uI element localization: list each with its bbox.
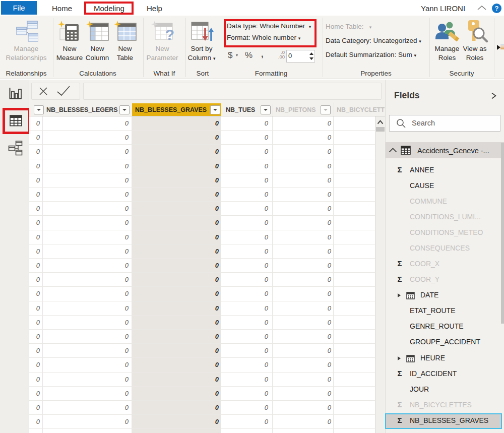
svg-text:?: ? bbox=[165, 26, 174, 43]
